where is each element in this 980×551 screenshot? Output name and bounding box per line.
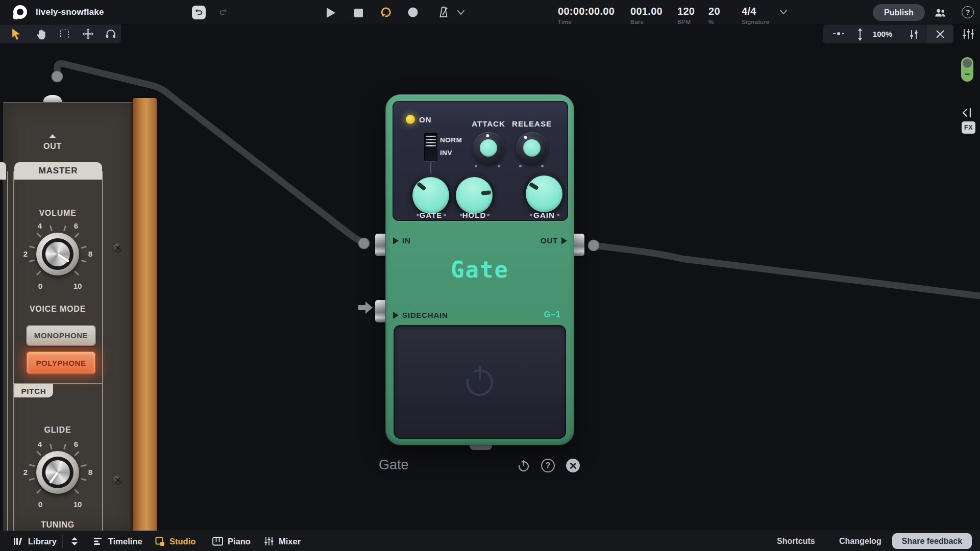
chevron-down-icon [779, 9, 788, 15]
cable-gate-out[interactable] [594, 245, 980, 296]
changelog-link[interactable]: Changelog [839, 531, 881, 551]
record-icon [408, 7, 418, 17]
bottom-bar: Library Timeline Studio [0, 531, 980, 551]
tab-library[interactable]: Library [13, 531, 57, 551]
move-tool[interactable] [82, 28, 94, 40]
redo-icon [219, 8, 228, 17]
studio-canvas[interactable]: OUT MASTER VOLUME 46 [0, 24, 980, 531]
signature-label: Signature [742, 19, 770, 25]
close-icon [936, 30, 945, 39]
collapse-left-icon [962, 108, 974, 118]
app-logo-icon[interactable] [13, 5, 27, 19]
cable-connector[interactable] [589, 240, 599, 251]
vertical-arrows-icon [856, 28, 864, 41]
time-label: Time [558, 19, 615, 25]
shortcuts-link[interactable]: Shortcuts [777, 531, 815, 551]
bars-value: 001.00 [630, 6, 663, 17]
hold-knob[interactable] [454, 173, 495, 214]
range-dot [498, 165, 500, 167]
device-settings-button[interactable] [908, 28, 920, 40]
close-icon [570, 463, 576, 469]
center-view-button[interactable] [833, 29, 844, 39]
stats-options-chevron[interactable] [779, 8, 788, 16]
fx-label: FX [964, 124, 973, 131]
help-glyph: ? [546, 461, 551, 470]
time-display[interactable]: 00:00:00.00 Time [558, 6, 615, 25]
zoom-level[interactable]: 100% [868, 30, 897, 38]
fx-badge[interactable]: FX [962, 121, 975, 134]
device-remove-button[interactable] [566, 459, 580, 472]
cable-connector[interactable] [359, 238, 370, 249]
publish-button[interactable]: Publish [873, 4, 925, 21]
collaborators-button[interactable] [933, 6, 947, 19]
range-dot [460, 214, 462, 216]
norm-inv-switch[interactable] [424, 133, 437, 161]
device-name[interactable]: Gate [379, 457, 409, 473]
help-button[interactable]: ? [962, 6, 974, 18]
device-help-button[interactable]: ? [541, 459, 555, 472]
range-dot [444, 214, 446, 216]
tab-piano[interactable]: Piano [212, 531, 251, 551]
chevron-down-icon [457, 10, 465, 16]
tab-studio[interactable]: Studio [155, 531, 195, 551]
share-feedback-button[interactable]: Share feedback [892, 533, 972, 549]
swing-display[interactable]: 20 % [708, 6, 720, 25]
time-value: 00:00:00.00 [558, 6, 615, 17]
range-dot [541, 165, 544, 167]
cable-connector[interactable] [52, 71, 63, 82]
vertical-zoom-button[interactable] [855, 28, 865, 41]
knob-cap [456, 177, 493, 214]
headphones-icon [105, 28, 116, 39]
metronome-button[interactable] [437, 6, 450, 18]
record-button[interactable] [408, 7, 418, 17]
pan-tool[interactable] [35, 28, 47, 41]
redo-button[interactable] [216, 6, 230, 19]
bars-display[interactable]: 001.00 Bars [630, 6, 663, 25]
listen-tool[interactable] [105, 28, 117, 40]
center-focus-icon [833, 29, 844, 39]
sidechain-arrow-icon [393, 312, 399, 319]
undo-button[interactable] [192, 6, 206, 19]
close-editor-button[interactable] [934, 28, 946, 40]
power-icon [517, 459, 530, 472]
signature-display[interactable]: 4/4 Signature [742, 6, 770, 25]
loop-button[interactable] [380, 6, 393, 19]
tab-mixer[interactable]: Mixer [264, 531, 301, 551]
tab-timeline[interactable]: Timeline [93, 531, 142, 551]
project-title[interactable]: lively-snowflake [36, 0, 104, 24]
gate-knob[interactable] [410, 173, 451, 214]
pedal-control-panel: ON NORM INV ATTACK RELEASE [393, 101, 568, 221]
pedal-footswitch[interactable] [394, 325, 566, 439]
range-dot [416, 214, 419, 216]
cursor-arrow-icon [11, 28, 21, 40]
sidechain-port-label: SIDECHAIN [393, 311, 448, 319]
bpm-label: BPM [677, 19, 695, 25]
signature-value: 4/4 [742, 6, 770, 17]
collapse-panel-button[interactable] [961, 107, 975, 118]
stop-button[interactable] [353, 8, 363, 18]
bpm-display[interactable]: 120 BPM [677, 6, 695, 25]
device-power-button[interactable] [517, 459, 531, 473]
hand-icon [36, 29, 46, 40]
attack-knob[interactable] [473, 132, 504, 164]
faders-icon [962, 28, 974, 40]
fx-chain-panel-button[interactable] [962, 28, 975, 41]
transport-options-chevron[interactable] [456, 9, 465, 17]
panel-resize-button[interactable] [70, 531, 79, 551]
play-button[interactable] [325, 7, 337, 19]
release-knob[interactable] [516, 132, 548, 164]
gain-knob[interactable] [524, 172, 565, 213]
select-tool[interactable] [10, 28, 22, 41]
in-arrow-icon [393, 237, 399, 244]
sidechain-drag-arrow-icon[interactable] [358, 302, 373, 314]
studio-icon [155, 537, 165, 546]
knob-cap [526, 176, 562, 212]
metronome-icon [437, 6, 450, 18]
cable-synth-to-gate[interactable] [57, 63, 364, 243]
marquee-select-tool[interactable] [59, 29, 69, 39]
gate-pedal[interactable]: ON NORM INV ATTACK RELEASE [385, 94, 574, 445]
channel-toggle[interactable] [961, 57, 973, 82]
on-label: ON [419, 115, 432, 124]
app-window: lively-snowflake [0, 0, 980, 551]
knob-cap [523, 139, 541, 157]
